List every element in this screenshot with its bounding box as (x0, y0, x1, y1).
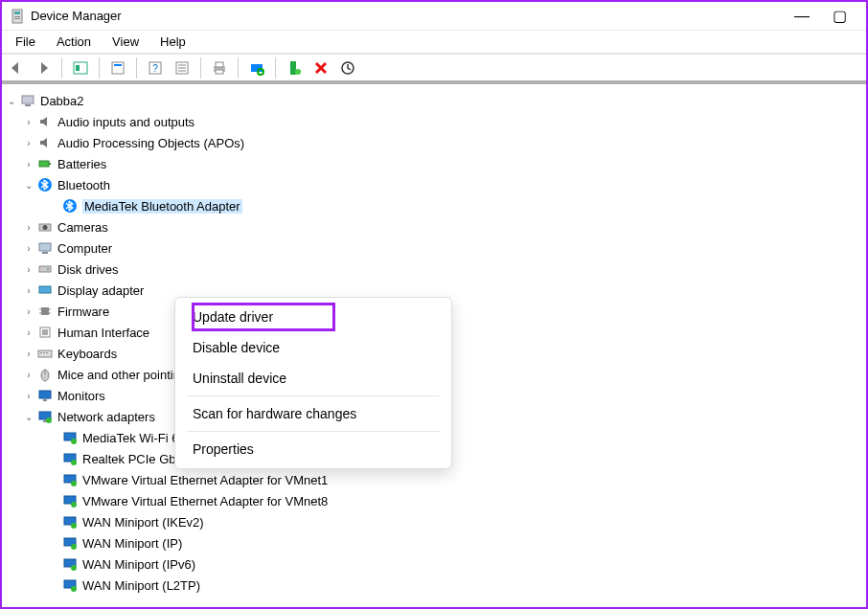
svg-point-66 (71, 565, 77, 571)
tree-root[interactable]: ⌄ Dabba2 (6, 90, 862, 111)
menu-help[interactable]: Help (150, 33, 195, 51)
expand-icon[interactable]: › (23, 306, 34, 317)
app-icon (10, 9, 25, 24)
context-scan-hardware[interactable]: Scan for hardware changes (175, 398, 451, 429)
svg-point-54 (71, 439, 77, 444)
expand-icon[interactable]: › (23, 327, 34, 338)
svg-rect-49 (43, 399, 47, 401)
svg-point-64 (71, 544, 77, 550)
tree-item-batteries[interactable]: › Batteries (6, 153, 862, 174)
add-driver-icon[interactable] (284, 57, 305, 79)
separator (187, 395, 440, 396)
svg-rect-31 (42, 252, 48, 254)
print-icon[interactable] (209, 57, 230, 79)
camera-icon (36, 219, 54, 235)
svg-rect-43 (40, 352, 42, 353)
minimize-button[interactable]: — (794, 9, 810, 24)
speaker-icon (36, 135, 54, 150)
network-icon (61, 472, 79, 487)
device-tree[interactable]: ⌄ Dabba2 › Audio inputs and outputs › Au… (2, 84, 866, 603)
bluetooth-icon (36, 177, 54, 192)
tree-item-net-vmnet1[interactable]: VMware Virtual Ethernet Adapter for VMne… (6, 469, 862, 490)
context-update-driver[interactable]: Update driver (175, 302, 451, 332)
svg-rect-41 (42, 329, 48, 335)
gpu-icon (36, 282, 54, 298)
svg-point-20 (295, 69, 301, 75)
expand-icon[interactable]: › (23, 117, 34, 127)
network-icon (61, 451, 79, 466)
svg-rect-7 (114, 64, 122, 66)
svg-rect-6 (112, 62, 124, 74)
svg-rect-42 (38, 350, 52, 357)
network-icon (61, 514, 79, 530)
network-icon (61, 493, 79, 508)
expand-icon[interactable]: › (23, 243, 34, 254)
tree-item-net-wan-ikev2[interactable]: WAN Miniport (IKEv2) (6, 511, 862, 532)
tree-item-net-wan-ip[interactable]: WAN Miniport (IP) (6, 532, 862, 553)
expand-icon[interactable]: › (23, 222, 34, 233)
network-icon (61, 556, 79, 572)
svg-rect-2 (14, 16, 20, 17)
svg-rect-19 (290, 61, 296, 75)
expand-icon[interactable]: › (23, 159, 34, 169)
svg-rect-34 (39, 286, 51, 293)
bluetooth-icon (61, 198, 79, 214)
collapse-icon[interactable]: ⌄ (6, 96, 17, 106)
svg-rect-22 (22, 96, 34, 103)
expand-icon[interactable]: › (23, 264, 34, 275)
svg-point-68 (71, 586, 77, 592)
scan-hardware-icon[interactable] (246, 57, 267, 79)
svg-point-60 (71, 502, 77, 508)
tree-item-computer[interactable]: › Computer (6, 237, 862, 259)
svg-point-33 (47, 268, 49, 270)
separator (187, 431, 440, 432)
svg-point-58 (71, 481, 77, 486)
back-icon[interactable] (6, 57, 27, 79)
title-bar: Device Manager — ▢ (2, 2, 866, 31)
tree-item-bluetooth[interactable]: ⌄ Bluetooth (6, 174, 862, 195)
keyboard-icon (36, 346, 54, 361)
svg-point-52 (46, 417, 52, 423)
svg-rect-45 (46, 352, 48, 353)
tree-item-audio-io[interactable]: › Audio inputs and outputs (6, 111, 862, 132)
window-title: Device Manager (31, 9, 122, 23)
tree-item-apo[interactable]: › Audio Processing Objects (APOs) (6, 132, 862, 153)
tree-item-disk[interactable]: › Disk drives (6, 259, 862, 280)
svg-rect-15 (216, 62, 223, 67)
collapse-icon[interactable]: ⌄ (23, 412, 34, 422)
svg-rect-3 (14, 18, 20, 19)
update-driver-icon[interactable] (337, 57, 358, 79)
tree-item-net-wan-l2tp[interactable]: WAN Miniport (L2TP) (6, 575, 862, 596)
expand-icon[interactable]: › (23, 391, 34, 401)
menu-action[interactable]: Action (47, 33, 101, 51)
context-properties[interactable]: Properties (175, 434, 451, 464)
svg-rect-24 (39, 161, 49, 167)
context-disable-device[interactable]: Disable device (175, 332, 451, 363)
action-list-icon[interactable] (171, 57, 193, 79)
tree-item-bt-adapter[interactable]: MediaTek Bluetooth Adapter (6, 195, 862, 216)
maximize-button[interactable]: ▢ (833, 9, 847, 24)
tree-item-cameras[interactable]: › Cameras (6, 216, 862, 237)
toolbar: ? (2, 54, 866, 84)
show-hide-console-tree-icon[interactable] (70, 57, 91, 79)
computer-icon (19, 93, 36, 108)
speaker-icon (36, 114, 54, 129)
svg-rect-17 (251, 64, 263, 72)
tree-item-net-vmnet8[interactable]: VMware Virtual Ethernet Adapter for VMne… (6, 490, 862, 511)
properties-icon[interactable] (107, 57, 128, 79)
context-uninstall-device[interactable]: Uninstall device (175, 363, 451, 394)
menu-file[interactable]: File (6, 33, 45, 51)
forward-icon[interactable] (33, 57, 54, 79)
expand-icon[interactable]: › (23, 285, 34, 296)
menu-view[interactable]: View (103, 33, 148, 51)
svg-rect-25 (49, 163, 51, 165)
uninstall-icon[interactable] (310, 57, 331, 79)
expand-icon[interactable]: › (23, 349, 34, 359)
tree-item-net-wan-ipv6[interactable]: WAN Miniport (IPv6) (6, 553, 862, 575)
expand-icon[interactable]: › (23, 370, 34, 380)
chip-icon (36, 304, 54, 319)
expand-icon[interactable]: › (23, 138, 34, 148)
svg-point-56 (71, 460, 77, 465)
help-icon[interactable]: ? (145, 57, 166, 79)
collapse-icon[interactable]: ⌄ (23, 180, 34, 191)
